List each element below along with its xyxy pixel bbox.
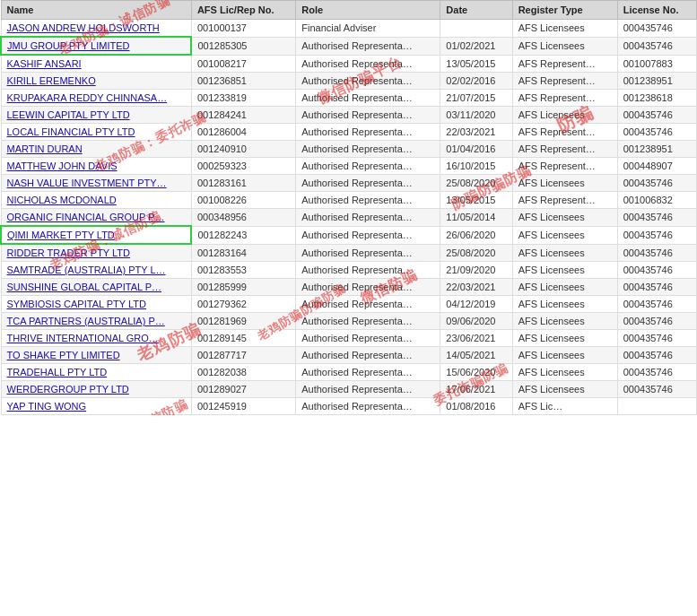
cell-type: AFS Represent… (512, 124, 617, 141)
cell-number: 001283553 (191, 262, 295, 279)
cell-date: 01/02/2021 (440, 37, 512, 55)
table-row: MARTIN DURAN001240910Authorised Represen… (1, 141, 697, 158)
cell-name[interactable]: TO SHAKE PTY LIMITED (1, 347, 191, 364)
cell-license: 000435746 (617, 226, 696, 244)
cell-date: 04/12/2019 (440, 296, 512, 313)
cell-name[interactable]: MATTHEW JOHN DAVIS (1, 158, 191, 175)
cell-name[interactable]: JASON ANDREW HOLDSWORTH (1, 20, 191, 38)
cell-type: AFS Licensees (512, 262, 617, 279)
cell-type: AFS Represent… (512, 192, 617, 209)
col-license: License No. (617, 1, 696, 20)
cell-name[interactable]: TRADEHALL PTY LTD (1, 364, 191, 381)
cell-date: 02/02/2016 (440, 73, 512, 90)
cell-license: 000435746 (617, 262, 696, 279)
cell-role: Authorised Representa… (296, 226, 440, 244)
cell-license: 000435746 (617, 330, 696, 347)
cell-name[interactable]: LOCAL FINANCIAL PTY LTD (1, 124, 191, 141)
cell-license: 000448907 (617, 158, 696, 175)
cell-name[interactable]: KRUPAKARA REDDY CHINNASA… (1, 90, 191, 107)
cell-license: 000435746 (617, 175, 696, 192)
col-name: Name (1, 1, 191, 20)
cell-type: AFS Licensees (512, 296, 617, 313)
col-date: Date (440, 1, 512, 20)
cell-role: Authorised Representa… (296, 37, 440, 55)
cell-license: 000435746 (617, 244, 696, 262)
table-row: JASON ANDREW HOLDSWORTH001000137Financia… (1, 20, 697, 38)
cell-role: Authorised Representa… (296, 381, 440, 398)
cell-date: 11/05/2014 (440, 209, 512, 227)
cell-license: 000435746 (617, 20, 696, 38)
cell-role: Authorised Representa… (296, 347, 440, 364)
cell-name[interactable]: LEEWIN CAPITAL PTY LTD (1, 107, 191, 124)
cell-name[interactable]: RIDDER TRADER PTY LTD (1, 244, 191, 262)
cell-name[interactable]: KIRILL EREMENKO (1, 73, 191, 90)
cell-number: 001008217 (191, 55, 295, 73)
cell-name[interactable]: YAP TING WONG (1, 398, 191, 415)
cell-number: 001281969 (191, 313, 295, 330)
cell-number: 001284241 (191, 107, 295, 124)
cell-date: 03/11/2020 (440, 107, 512, 124)
cell-license: 000435746 (617, 313, 696, 330)
cell-name[interactable]: NASH VALUE INVESTMENT PTY… (1, 175, 191, 192)
cell-role: Authorised Representa… (296, 209, 440, 227)
cell-name[interactable]: KASHIF ANSARI (1, 55, 191, 73)
table-row: KASHIF ANSARI001008217Authorised Represe… (1, 55, 697, 73)
cell-type: AFS Licensees (512, 279, 617, 296)
cell-type: AFS Lic… (512, 398, 617, 415)
cell-role: Authorised Representa… (296, 296, 440, 313)
cell-name[interactable]: SUNSHINE GLOBAL CAPITAL P… (1, 279, 191, 296)
table-row: LEEWIN CAPITAL PTY LTD001284241Authorise… (1, 107, 697, 124)
cell-number: 001286004 (191, 124, 295, 141)
cell-date: 26/06/2020 (440, 226, 512, 244)
cell-name[interactable]: SYMBIOSIS CAPITAL PTY LTD (1, 296, 191, 313)
cell-name[interactable]: TCA PARTNERS (AUSTRALIA) P… (1, 313, 191, 330)
table-row: MATTHEW JOHN DAVIS000259323Authorised Re… (1, 158, 697, 175)
cell-name[interactable]: THRIVE INTERNATIONAL GRO… (1, 330, 191, 347)
cell-date: 09/06/2020 (440, 313, 512, 330)
cell-number: 001279362 (191, 296, 295, 313)
cell-name[interactable]: QIMI MARKET PTY LTD (1, 226, 191, 244)
cell-type: AFS Licensees (512, 175, 617, 192)
cell-date: 14/05/2021 (440, 347, 512, 364)
cell-license: 001238618 (617, 90, 696, 107)
cell-type: AFS Represent… (512, 90, 617, 107)
cell-license (617, 398, 696, 415)
cell-type: AFS Licensees (512, 209, 617, 227)
cell-type: AFS Licensees (512, 226, 617, 244)
cell-name[interactable]: SAMTRADE (AUSTRALIA) PTY L… (1, 262, 191, 279)
cell-name[interactable]: NICHOLAS MCDONALD (1, 192, 191, 209)
col-role: Role (296, 1, 440, 20)
cell-date: 21/09/2020 (440, 262, 512, 279)
cell-number: 001287717 (191, 347, 295, 364)
cell-role: Authorised Representa… (296, 279, 440, 296)
table-row: NASH VALUE INVESTMENT PTY…001283161Autho… (1, 175, 697, 192)
cell-name[interactable]: JMU GROUP PTY LIMITED (1, 37, 191, 55)
cell-role: Authorised Representa… (296, 313, 440, 330)
cell-license: 000435746 (617, 347, 696, 364)
cell-license: 001238951 (617, 141, 696, 158)
cell-type: AFS Represent… (512, 158, 617, 175)
cell-type: AFS Licensees (512, 330, 617, 347)
cell-role: Authorised Representa… (296, 73, 440, 90)
cell-number: 001285305 (191, 37, 295, 55)
cell-name[interactable]: ORGANIC FINANCIAL GROUP P… (1, 209, 191, 227)
cell-name[interactable]: MARTIN DURAN (1, 141, 191, 158)
table-row: NICHOLAS MCDONALD001008226Authorised Rep… (1, 192, 697, 209)
cell-number: 001289145 (191, 330, 295, 347)
cell-date: 01/08/2016 (440, 398, 512, 415)
table-row: YAP TING WONG001245919Authorised Represe… (1, 398, 697, 415)
cell-license: 000435746 (617, 381, 696, 398)
cell-type: AFS Licensees (512, 20, 617, 38)
cell-role: Authorised Representa… (296, 107, 440, 124)
table-row: RIDDER TRADER PTY LTD001283164Authorised… (1, 244, 697, 262)
cell-license: 001238951 (617, 73, 696, 90)
cell-role: Authorised Representa… (296, 364, 440, 381)
cell-type: AFS Represent… (512, 73, 617, 90)
table-row: TRADEHALL PTY LTD001282038Authorised Rep… (1, 364, 697, 381)
col-number: AFS Lic/Rep No. (191, 1, 295, 20)
cell-name[interactable]: WERDERGROUP PTY LTD (1, 381, 191, 398)
table-row: THRIVE INTERNATIONAL GRO…001289145Author… (1, 330, 697, 347)
cell-role: Authorised Representa… (296, 141, 440, 158)
cell-role: Authorised Representa… (296, 90, 440, 107)
cell-role: Authorised Representa… (296, 262, 440, 279)
